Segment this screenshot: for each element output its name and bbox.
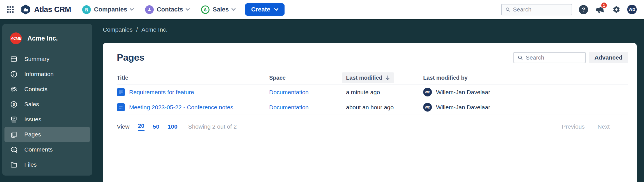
- issues-icon: [10, 116, 18, 123]
- table-header-row: Title Space Last modified Last modified …: [117, 72, 628, 84]
- svg-text:$: $: [204, 7, 207, 12]
- last-modified-value: a minute ago: [346, 89, 423, 96]
- contacts-icon: [145, 5, 154, 14]
- pages-icon: [10, 131, 18, 138]
- main-content: Companies / Acme Inc. Pages Advanced Tit…: [92, 20, 644, 182]
- page-size-100[interactable]: 100: [168, 123, 177, 130]
- dollar-circle-icon: $: [10, 101, 18, 108]
- pages-card: Pages Advanced Title Space Last mod: [103, 43, 637, 182]
- last-modified-by-name: Willem-Jan Davelaar: [436, 89, 490, 96]
- table-row: Requirements for feature Documentation a…: [117, 84, 628, 100]
- page-doc-icon: [117, 103, 125, 111]
- sort-pill[interactable]: Last modified: [342, 72, 394, 83]
- advanced-button[interactable]: Advanced: [589, 52, 628, 63]
- app-title: Atlas CRM: [34, 5, 71, 14]
- last-modified-value: about an hour ago: [346, 104, 423, 111]
- column-header-last-modified-by: Last modified by: [423, 75, 628, 81]
- sidebar-item-summary[interactable]: Summary: [4, 51, 90, 67]
- summary-icon: [10, 55, 18, 63]
- sidebar-item-files[interactable]: Files: [4, 157, 90, 172]
- pages-table: Title Space Last modified Last modified …: [117, 72, 628, 115]
- sales-icon: $: [201, 5, 210, 14]
- app-switcher-icon[interactable]: [7, 6, 14, 13]
- pagination: View 20 50 100 Showing 2 out of 2 Previo…: [117, 120, 628, 133]
- nav-menu-sales[interactable]: $ Sales: [201, 5, 236, 14]
- previous-button[interactable]: Previous: [562, 123, 585, 130]
- column-header-title[interactable]: Title: [117, 75, 269, 81]
- sort-desc-arrow-icon: [386, 75, 390, 80]
- user-avatar[interactable]: WD: [627, 5, 637, 14]
- notification-badge: 1: [601, 2, 607, 9]
- sidebar-item-comments[interactable]: Comments: [4, 142, 90, 157]
- top-navbar: Atlas CRM Companies Contacts: [0, 0, 644, 20]
- last-modified-by-name: Willem-Jan Davelaar: [436, 104, 490, 111]
- avatar: WD: [423, 88, 432, 96]
- nav-menu-sales-label: Sales: [213, 6, 229, 13]
- column-header-space[interactable]: Space: [269, 75, 346, 81]
- page-title: Pages: [117, 52, 145, 63]
- folder-icon: [10, 161, 18, 169]
- app-brand: Atlas CRM: [20, 4, 71, 15]
- notifications-button[interactable]: 1: [595, 4, 605, 15]
- column-header-last-modified[interactable]: Last modified: [346, 72, 423, 83]
- breadcrumb-current: Acme Inc.: [141, 26, 167, 33]
- chevron-down-icon: [274, 8, 278, 11]
- chevron-down-icon: [130, 8, 134, 11]
- space-link[interactable]: Documentation: [269, 89, 309, 95]
- space-link[interactable]: Documentation: [269, 104, 309, 110]
- nav-menu-contacts[interactable]: Contacts: [145, 5, 190, 14]
- table-search-input[interactable]: [526, 54, 579, 61]
- settings-button[interactable]: [612, 5, 621, 14]
- chevron-down-icon: [186, 8, 190, 11]
- nav-menu-contacts-label: Contacts: [157, 6, 183, 13]
- sidebar-item-pages[interactable]: Pages: [4, 127, 90, 142]
- breadcrumb-separator: /: [136, 26, 138, 33]
- view-label: View: [117, 123, 129, 130]
- search-icon: [505, 7, 511, 12]
- sidebar-item-sales[interactable]: $ Sales: [4, 97, 90, 112]
- page-title-link[interactable]: Requirements for feature: [129, 89, 194, 96]
- global-search-input[interactable]: [513, 6, 563, 13]
- create-button-label: Create: [251, 6, 270, 13]
- company-logo: ACME: [10, 32, 22, 44]
- global-search: [501, 4, 572, 15]
- nav-menu-companies[interactable]: Companies: [82, 5, 134, 14]
- breadcrumb: Companies / Acme Inc.: [92, 20, 644, 33]
- info-icon: [10, 70, 18, 78]
- page-title-link[interactable]: Meeting 2023-05-22 - Conference notes: [129, 104, 233, 111]
- breadcrumb-companies[interactable]: Companies: [103, 26, 132, 33]
- comment-icon: [10, 146, 18, 153]
- company-sidebar: ACME Acme Inc. Summary Information: [2, 24, 92, 176]
- search-icon: [517, 55, 523, 61]
- company-header: ACME Acme Inc.: [4, 30, 90, 51]
- sidebar-item-contacts[interactable]: Contacts: [4, 82, 90, 97]
- create-button[interactable]: Create: [245, 3, 285, 16]
- companies-icon: [82, 5, 91, 14]
- avatar: WD: [423, 103, 432, 112]
- page-size-50[interactable]: 50: [153, 123, 159, 130]
- gear-icon: [612, 5, 621, 14]
- people-group-icon: [10, 86, 18, 93]
- sidebar-item-information[interactable]: Information: [4, 67, 90, 82]
- page-doc-icon: [117, 88, 125, 96]
- atlas-crm-logo-icon: [20, 4, 31, 15]
- table-row: Meeting 2023-05-22 - Conference notes Do…: [117, 100, 628, 115]
- svg-text:$: $: [13, 102, 15, 107]
- chevron-down-icon: [231, 8, 236, 11]
- next-button[interactable]: Next: [598, 123, 610, 130]
- nav-menu-companies-label: Companies: [94, 6, 127, 13]
- sidebar-item-issues[interactable]: Issues: [4, 112, 90, 127]
- page-size-20[interactable]: 20: [138, 122, 144, 131]
- table-search: [513, 52, 586, 63]
- help-icon[interactable]: ?: [579, 5, 588, 14]
- showing-count: Showing 2 out of 2: [188, 123, 237, 130]
- company-name: Acme Inc.: [27, 35, 58, 42]
